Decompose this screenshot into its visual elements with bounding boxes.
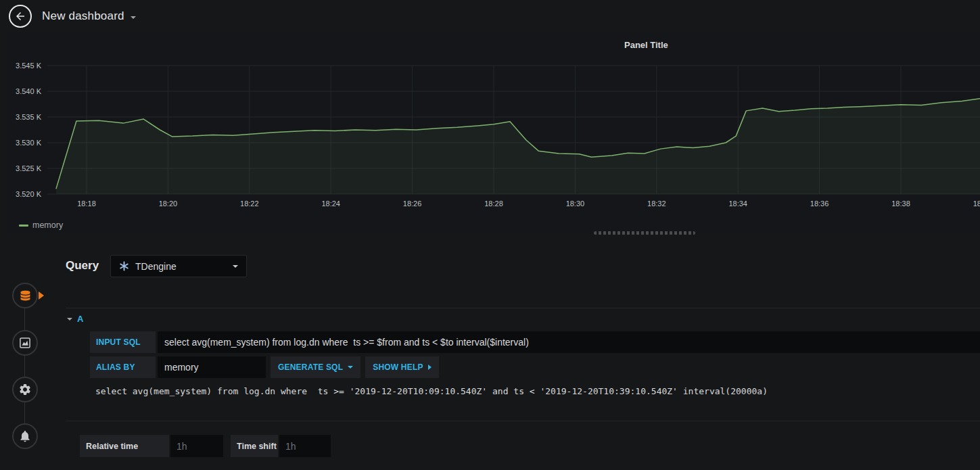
tab-alert[interactable] — [12, 423, 38, 449]
svg-text:3.535 K: 3.535 K — [16, 113, 42, 121]
svg-text:3.540 K: 3.540 K — [16, 87, 42, 95]
collapse-chevron-icon[interactable] — [67, 318, 72, 321]
database-icon — [18, 289, 32, 303]
svg-text:18:38: 18:38 — [891, 199, 910, 208]
dashboard-title: New dashboard — [42, 9, 124, 23]
bell-icon — [18, 429, 32, 443]
legend-series-memory[interactable]: memory — [32, 220, 63, 230]
back-button[interactable] — [9, 5, 32, 28]
chevron-right-icon — [428, 365, 431, 370]
section-divider — [66, 421, 980, 421]
legend: memory — [19, 220, 63, 230]
input-sql-label: INPUT SQL — [90, 331, 156, 353]
svg-text:3.530 K: 3.530 K — [16, 139, 42, 147]
svg-text:18:40: 18:40 — [973, 199, 980, 208]
svg-text:18:36: 18:36 — [810, 199, 829, 208]
svg-text:18:18: 18:18 — [77, 199, 96, 208]
svg-text:18:34: 18:34 — [728, 199, 747, 208]
query-row-id[interactable]: A — [77, 314, 83, 324]
svg-text:3.545 K: 3.545 K — [16, 62, 42, 70]
show-help-button-label: SHOW HELP — [373, 362, 423, 372]
svg-text:18:28: 18:28 — [484, 199, 503, 208]
chevron-down-icon — [131, 16, 136, 19]
arrow-left-icon — [14, 10, 26, 22]
tab-connector-line — [24, 296, 25, 437]
alias-by-field[interactable] — [158, 356, 266, 378]
tab-queries[interactable] — [12, 283, 38, 308]
query-options-row: Relative time Time shift — [80, 435, 331, 457]
generate-sql-button-label: GENERATE SQL — [278, 362, 343, 372]
panel-title[interactable]: Panel Title — [624, 40, 668, 50]
time-shift-input[interactable] — [279, 435, 331, 457]
chevron-down-icon — [233, 265, 238, 268]
gear-icon — [18, 383, 32, 396]
query-row-header: A — [66, 308, 980, 324]
query-editor: Query TDengine A INPUT SQL ALIAS BY — [51, 233, 980, 470]
chevron-down-icon — [348, 366, 353, 369]
generate-sql-button[interactable]: GENERATE SQL — [271, 356, 360, 378]
svg-text:18:30: 18:30 — [566, 199, 585, 208]
input-sql-row: INPUT SQL — [90, 331, 980, 353]
relative-time-label: Relative time — [80, 435, 169, 457]
tdengine-logo-icon — [119, 261, 129, 271]
legend-color-swatch — [19, 225, 28, 227]
timeseries-chart[interactable]: 18:1818:2018:2218:2418:2618:2818:3018:32… — [7, 32, 980, 233]
graph-panel: 18:1818:2018:2218:2418:2618:2818:3018:32… — [7, 32, 980, 233]
generated-sql-text: select avg(mem_system) from log.dn where… — [95, 386, 768, 396]
alias-by-label: ALIAS BY — [90, 356, 156, 378]
svg-text:18:26: 18:26 — [403, 199, 422, 208]
datasource-picker[interactable]: TDengine — [110, 255, 247, 277]
chart-icon — [18, 336, 32, 350]
query-section-title: Query — [66, 259, 99, 273]
svg-text:3.520 K: 3.520 K — [16, 190, 42, 198]
datasource-name: TDengine — [135, 261, 177, 272]
grafana-app: New dashboard 18:1818:2018:2218:2418:261… — [0, 0, 980, 470]
active-tab-arrow-icon — [39, 291, 44, 300]
tab-visualization[interactable] — [12, 330, 38, 356]
show-help-button[interactable]: SHOW HELP — [365, 356, 438, 378]
svg-text:18:20: 18:20 — [159, 199, 178, 208]
svg-text:18:32: 18:32 — [647, 199, 666, 208]
svg-text:18:22: 18:22 — [240, 199, 259, 208]
time-shift-label: Time shift — [231, 435, 278, 457]
svg-text:18:24: 18:24 — [321, 199, 340, 208]
alias-by-row: ALIAS BY GENERATE SQL SHOW HELP — [90, 356, 439, 378]
tab-general[interactable] — [12, 377, 38, 402]
svg-text:3.525 K: 3.525 K — [16, 164, 42, 172]
horizontal-scrollbar-handle[interactable] — [594, 231, 695, 235]
panel-editor-tab-rail — [0, 233, 51, 470]
dashboard-title-dropdown[interactable]: New dashboard — [42, 9, 136, 23]
relative-time-input[interactable] — [170, 435, 223, 457]
top-navbar: New dashboard — [0, 0, 980, 32]
input-sql-field[interactable] — [158, 331, 980, 353]
